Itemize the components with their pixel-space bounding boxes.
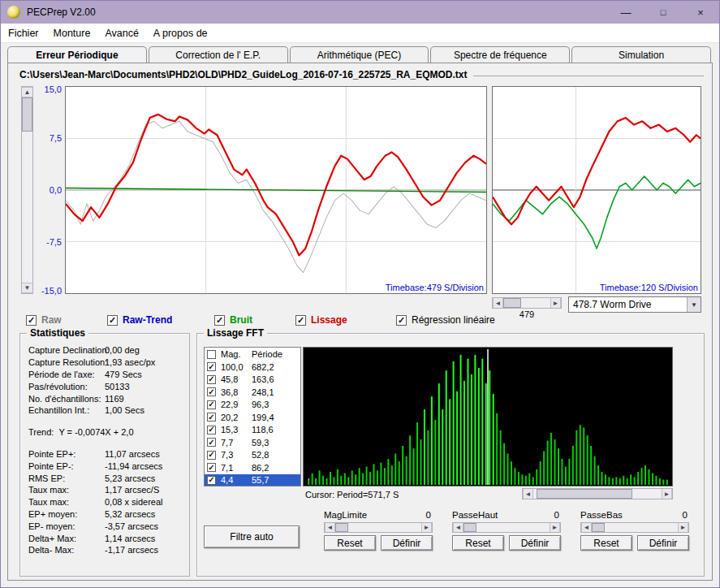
scroll-right-button[interactable]: ► [662, 489, 672, 499]
fft-spectrum-svg [304, 348, 672, 486]
scroll-right-button[interactable]: ► [678, 523, 688, 532]
toggle-label: Bruit [230, 314, 252, 326]
checkbox[interactable]: ✓ [207, 362, 216, 371]
scroll-right-button[interactable]: ► [421, 523, 432, 532]
title-bar[interactable]: PECPrep V2.00 — □ × [1, 1, 719, 24]
menu-monture[interactable]: Monture [46, 28, 98, 39]
scroll-track[interactable] [503, 298, 550, 308]
checkbox[interactable]: ✓ [214, 315, 225, 326]
checkbox[interactable]: ✓ [207, 387, 216, 396]
fft-table-row[interactable]: ✓7,759,3 [205, 436, 300, 449]
scroll-thumb[interactable] [503, 298, 521, 308]
scroll-track[interactable] [533, 489, 662, 499]
fft-panel: Lissage FFT Mag.Période✓100,0682,2✓45,81… [196, 333, 705, 577]
checkbox[interactable]: ✓ [207, 413, 216, 422]
fft-table-row[interactable]: ✓7,186,2 [205, 461, 300, 474]
passehaut-slider[interactable]: ◄► [452, 522, 561, 533]
pe-chart-period-svg [493, 87, 701, 293]
stat-label: Capture Declination: [28, 345, 105, 355]
fft-table-row[interactable]: ✓22,996,3 [205, 399, 300, 412]
scroll-track[interactable] [335, 523, 421, 532]
checkbox[interactable]: ✓ [396, 315, 407, 326]
stat-value: 11,07 arcsecs [105, 449, 160, 459]
toggle-raw[interactable]: ✓Raw [26, 313, 62, 326]
chart-vertical-scrollbar[interactable]: ▲▼ [21, 86, 33, 294]
tab-correction-ep[interactable]: Correction de l' E.P. [149, 46, 288, 63]
y-axis-labels: 15,07,50,0-7,5-15,0 [33, 86, 64, 294]
checkbox[interactable]: ✓ [207, 451, 216, 460]
scroll-track[interactable] [22, 97, 32, 283]
scroll-right-button[interactable]: ► [550, 298, 561, 308]
toggle-bruit[interactable]: ✓Bruit [214, 313, 252, 326]
fft-table-row[interactable]: ✓7,352,8 [205, 449, 300, 462]
fft-table-row[interactable]: ✓45,8163,6 [205, 374, 300, 387]
passebas-slider[interactable]: ◄► [580, 522, 689, 533]
checkbox[interactable]: ✓ [207, 400, 216, 409]
passehaut-reset-button[interactable]: Reset [452, 535, 504, 551]
stat-label: EP- moyen: [28, 521, 105, 531]
toggle-lissage[interactable]: ✓Lissage [295, 313, 347, 326]
toggle-raw-trend[interactable]: ✓Raw-Trend [107, 313, 172, 326]
passehaut-label: PasseHaut [452, 510, 498, 520]
fft-table-row[interactable]: ✓15,3118,6 [205, 424, 300, 437]
maglimite-definir-button[interactable]: Définir [381, 535, 433, 551]
passebas-definir-button[interactable]: Définir [637, 535, 689, 551]
passebas-reset-button[interactable]: Reset [580, 535, 632, 551]
filtre-auto-button[interactable]: Filtre auto [204, 525, 300, 548]
scroll-thumb[interactable] [22, 97, 32, 132]
fft-scrollbar[interactable]: ◄► [522, 488, 673, 499]
maglimite-slider[interactable]: ◄► [324, 522, 433, 533]
scroll-right-button[interactable]: ► [550, 523, 560, 532]
checkbox[interactable]: ✓ [207, 476, 216, 485]
menu-a-propos[interactable]: A propos de [146, 28, 215, 39]
combo-dropdown-icon[interactable]: ▼ [687, 297, 701, 312]
scroll-left-button[interactable]: ◄ [581, 523, 592, 532]
stat-label: Taux max: [28, 485, 105, 495]
fft-table-row[interactable]: ✓100,0682,2 [205, 361, 300, 374]
statistics-panel: Statistiques Capture Declination:0,00 de… [19, 333, 190, 577]
fft-harmonics-table[interactable]: Mag.Période✓100,0682,2✓45,8163,6✓36,8248… [204, 347, 301, 486]
tab-simulation[interactable]: Simulation [571, 46, 711, 63]
scroll-track[interactable] [463, 523, 550, 532]
scroll-left-button[interactable]: ◄ [493, 298, 503, 308]
menu-avance[interactable]: Avancé [97, 28, 145, 39]
stat-label: EP+ moyen: [28, 509, 105, 519]
checkbox[interactable] [207, 350, 216, 359]
checkbox[interactable]: ✓ [26, 315, 37, 326]
stat-row: Pointe EP-:-11,94 arcsecs [28, 460, 186, 472]
close-button[interactable]: × [682, 1, 719, 24]
scroll-thumb[interactable] [537, 489, 632, 499]
scroll-left-button[interactable]: ◄ [523, 489, 533, 499]
scroll-left-button[interactable]: ◄ [453, 523, 463, 532]
stat-value: 1,17 arcsec/S [105, 485, 159, 495]
minimize-button[interactable]: — [607, 1, 645, 24]
checkbox[interactable]: ✓ [207, 375, 216, 384]
fft-table-row[interactable]: ✓20,2199,4 [205, 411, 300, 424]
checkbox[interactable]: ✓ [207, 426, 216, 435]
checkbox[interactable]: ✓ [107, 315, 118, 326]
toggle-regression-lineaire[interactable]: ✓Régression linéaire [396, 313, 495, 326]
maglimite-reset-button[interactable]: Reset [324, 535, 376, 551]
tab-erreur-periodique[interactable]: Erreur Périodique [7, 46, 147, 63]
scroll-thumb[interactable] [335, 523, 348, 532]
maximize-button[interactable]: □ [645, 1, 682, 24]
checkbox[interactable]: ✓ [207, 463, 216, 472]
worm-drive-select[interactable]: 478.7 Worm Drive ▼ [568, 296, 701, 313]
scroll-down-button[interactable]: ▼ [22, 283, 32, 293]
checkbox[interactable]: ✓ [207, 438, 216, 447]
scroll-thumb[interactable] [463, 523, 476, 532]
scroll-thumb[interactable] [592, 523, 605, 532]
tab-spectre-frequence[interactable]: Spectre de fréquence [430, 46, 570, 63]
tab-arithmetique-pec[interactable]: Arithmétique (PEC) [290, 46, 429, 63]
checkbox[interactable]: ✓ [295, 315, 306, 326]
scroll-track[interactable] [592, 523, 678, 532]
scroll-left-button[interactable]: ◄ [325, 523, 335, 532]
fft-spectrum[interactable] [303, 347, 673, 486]
passehaut-group: PasseHaut0◄►ResetDéfinir [452, 510, 561, 552]
period-scrollbar[interactable]: ◄► [492, 297, 562, 309]
passehaut-definir-button[interactable]: Définir [509, 535, 561, 551]
fft-table-row[interactable]: ✓36,8248,1 [205, 386, 300, 399]
scroll-up-button[interactable]: ▲ [22, 87, 32, 97]
fft-table-row[interactable]: ✓4,455,7 [205, 474, 300, 487]
menu-fichier[interactable]: Fichier [1, 28, 46, 39]
